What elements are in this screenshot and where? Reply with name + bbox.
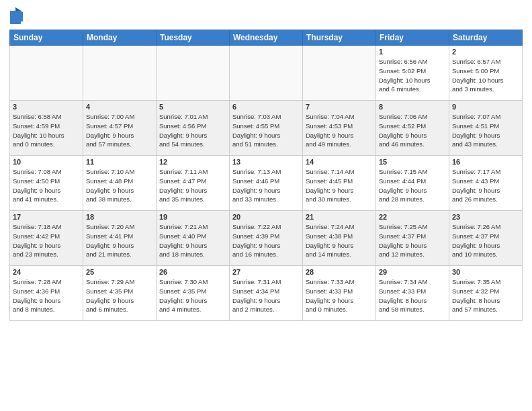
- calendar-cell: 12Sunrise: 7:11 AMSunset: 4:47 PMDayligh…: [157, 156, 230, 211]
- day-info-line: Sunset: 4:43 PM: [452, 177, 499, 185]
- day-info-line: Sunset: 4:33 PM: [379, 287, 426, 295]
- day-info-line: Sunrise: 7:26 AM: [452, 223, 500, 230]
- calendar-cell: 8Sunrise: 7:06 AMSunset: 4:52 PMDaylight…: [376, 101, 449, 156]
- day-info-line: Daylight: 9 hours: [159, 187, 207, 194]
- day-info-line: Sunset: 4:42 PM: [13, 232, 60, 240]
- day-info-line: Sunset: 4:57 PM: [86, 122, 133, 130]
- day-info-line: Sunset: 4:53 PM: [306, 122, 353, 130]
- weekday-header-thursday: Thursday: [303, 30, 376, 46]
- day-info-line: Sunset: 4:39 PM: [232, 232, 279, 240]
- day-info-line: Daylight: 9 hours: [379, 132, 427, 139]
- day-info-line: Daylight: 9 hours: [13, 242, 60, 249]
- day-info: Sunrise: 7:14 AMSunset: 4:45 PMDaylight:…: [306, 167, 373, 204]
- day-info-line: and 35 minutes.: [159, 195, 205, 203]
- day-info-line: Sunset: 4:48 PM: [86, 177, 133, 185]
- calendar-cell: 21Sunrise: 7:24 AMSunset: 4:38 PMDayligh…: [303, 211, 376, 266]
- day-info-line: Sunset: 4:51 PM: [452, 122, 499, 130]
- calendar-cell: 28Sunrise: 7:33 AMSunset: 4:33 PMDayligh…: [303, 266, 376, 321]
- day-info-line: and 46 minutes.: [379, 140, 425, 148]
- logo: [9, 7, 27, 26]
- day-info-line: Sunrise: 7:14 AM: [306, 168, 354, 175]
- day-info: Sunrise: 7:01 AMSunset: 4:56 PMDaylight:…: [159, 112, 226, 149]
- day-info-line: Sunrise: 7:24 AM: [306, 223, 354, 230]
- day-number: 25: [86, 268, 153, 276]
- calendar-cell: 26Sunrise: 7:30 AMSunset: 4:35 PMDayligh…: [157, 266, 230, 321]
- day-info-line: Sunset: 4:34 PM: [232, 287, 279, 295]
- day-info: Sunrise: 7:25 AMSunset: 4:37 PMDaylight:…: [379, 222, 446, 259]
- weekday-header-saturday: Saturday: [449, 30, 523, 46]
- day-info-line: Sunrise: 7:08 AM: [13, 168, 61, 175]
- day-number: 27: [232, 268, 300, 276]
- day-info-line: Daylight: 9 hours: [86, 132, 134, 139]
- day-info-line: Sunrise: 7:29 AM: [86, 278, 134, 285]
- day-info-line: and 4 minutes.: [159, 306, 201, 313]
- calendar-cell: 23Sunrise: 7:26 AMSunset: 4:37 PMDayligh…: [449, 211, 523, 266]
- weekday-header-friday: Friday: [376, 30, 449, 46]
- day-info: Sunrise: 7:21 AMSunset: 4:40 PMDaylight:…: [159, 222, 226, 259]
- day-info-line: and 10 minutes.: [452, 250, 498, 258]
- day-info-line: and 30 minutes.: [306, 195, 351, 203]
- day-info-line: Sunset: 4:35 PM: [86, 287, 133, 295]
- calendar-cell: 3Sunrise: 6:58 AMSunset: 4:59 PMDaylight…: [10, 101, 83, 156]
- day-info-line: Sunset: 4:50 PM: [13, 177, 60, 185]
- calendar-cell: [83, 46, 157, 101]
- day-info-line: Daylight: 9 hours: [306, 187, 353, 194]
- svg-marker-2: [15, 7, 21, 11]
- calendar-cell: 17Sunrise: 7:18 AMSunset: 4:42 PMDayligh…: [10, 211, 83, 266]
- day-info-line: Sunset: 5:02 PM: [379, 67, 426, 75]
- day-info-line: and 54 minutes.: [159, 140, 205, 148]
- day-info-line: Sunrise: 6:57 AM: [452, 58, 500, 65]
- day-info: Sunrise: 7:22 AMSunset: 4:39 PMDaylight:…: [232, 222, 300, 259]
- day-info-line: Sunset: 4:47 PM: [159, 177, 206, 185]
- day-info-line: Daylight: 9 hours: [306, 242, 353, 249]
- day-info-line: and 43 minutes.: [452, 140, 498, 148]
- day-info: Sunrise: 7:20 AMSunset: 4:41 PMDaylight:…: [86, 222, 153, 259]
- day-info-line: Daylight: 9 hours: [159, 132, 207, 139]
- header: [9, 7, 523, 26]
- day-number: 30: [452, 268, 519, 276]
- day-info-line: Daylight: 9 hours: [232, 297, 280, 304]
- day-info-line: and 41 minutes.: [13, 195, 58, 203]
- day-info: Sunrise: 7:30 AMSunset: 4:35 PMDaylight:…: [159, 277, 226, 314]
- calendar-cell: 16Sunrise: 7:17 AMSunset: 4:43 PMDayligh…: [449, 156, 523, 211]
- calendar-cell: 24Sunrise: 7:28 AMSunset: 4:36 PMDayligh…: [10, 266, 83, 321]
- day-number: 6: [232, 103, 300, 111]
- day-info-line: Sunrise: 7:03 AM: [232, 113, 281, 120]
- calendar-header-row: SundayMondayTuesdayWednesdayThursdayFrid…: [10, 30, 523, 46]
- day-info-line: and 26 minutes.: [452, 195, 498, 203]
- calendar-cell: 18Sunrise: 7:20 AMSunset: 4:41 PMDayligh…: [83, 211, 157, 266]
- day-info-line: Sunset: 4:45 PM: [306, 177, 353, 185]
- calendar: SundayMondayTuesdayWednesdayThursdayFrid…: [9, 30, 523, 321]
- day-info: Sunrise: 7:10 AMSunset: 4:48 PMDaylight:…: [86, 167, 153, 204]
- day-number: 7: [306, 103, 373, 111]
- day-info-line: Sunrise: 6:58 AM: [13, 113, 61, 120]
- calendar-cell: 4Sunrise: 7:00 AMSunset: 4:57 PMDaylight…: [83, 101, 157, 156]
- day-number: 22: [379, 213, 446, 221]
- day-number: 20: [232, 213, 300, 221]
- day-info-line: Sunrise: 7:01 AM: [159, 113, 208, 120]
- logo-icon: [9, 7, 24, 26]
- calendar-cell: 15Sunrise: 7:15 AMSunset: 4:44 PMDayligh…: [376, 156, 449, 211]
- weekday-header-wednesday: Wednesday: [230, 30, 303, 46]
- day-info-line: Sunrise: 7:33 AM: [306, 278, 354, 285]
- day-info-line: Sunrise: 7:06 AM: [379, 113, 427, 120]
- day-info-line: Daylight: 9 hours: [86, 187, 134, 194]
- day-info-line: and 51 minutes.: [232, 140, 278, 148]
- day-info-line: Sunrise: 7:18 AM: [13, 223, 61, 230]
- day-info-line: and 18 minutes.: [159, 250, 205, 258]
- weekday-header-sunday: Sunday: [10, 30, 83, 46]
- day-info: Sunrise: 6:58 AMSunset: 4:59 PMDaylight:…: [13, 112, 80, 149]
- calendar-cell: 27Sunrise: 7:31 AMSunset: 4:34 PMDayligh…: [230, 266, 303, 321]
- day-info-line: Sunrise: 7:34 AM: [379, 278, 427, 285]
- day-info-line: Daylight: 9 hours: [379, 187, 427, 194]
- weekday-header-monday: Monday: [83, 30, 157, 46]
- day-info-line: Daylight: 9 hours: [86, 297, 134, 304]
- day-info-line: Sunrise: 7:10 AM: [86, 168, 134, 175]
- day-info-line: Sunset: 4:35 PM: [159, 287, 206, 295]
- day-info-line: Daylight: 9 hours: [13, 297, 60, 304]
- svg-rect-0: [10, 11, 21, 24]
- day-info-line: Sunset: 4:36 PM: [13, 287, 60, 295]
- day-info-line: Daylight: 8 hours: [379, 297, 427, 304]
- day-info-line: and 58 minutes.: [379, 306, 425, 313]
- day-number: 8: [379, 103, 446, 111]
